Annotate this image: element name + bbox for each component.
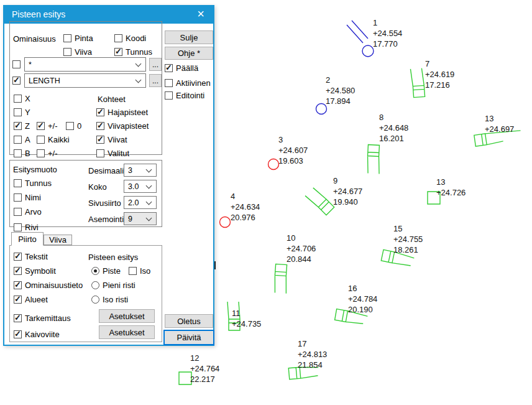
point-label-line: +24.764 bbox=[190, 363, 219, 374]
radio-iso-risti[interactable]: Iso risti bbox=[91, 295, 128, 304]
checkbox-box bbox=[14, 95, 22, 103]
checkbox-box bbox=[37, 136, 45, 144]
checkbox-filter1[interactable] bbox=[12, 60, 21, 68]
point-label-line: 19.603 bbox=[278, 156, 308, 166]
checkbox-z[interactable]: Z bbox=[14, 121, 30, 131]
checkbox-box bbox=[96, 136, 104, 144]
checkbox-filter2[interactable] bbox=[12, 76, 21, 85]
ominaisuus-label: Ominaisuus bbox=[13, 34, 56, 44]
point-label: 10+24.70620.844 bbox=[287, 233, 316, 264]
point-label-line: 1 bbox=[373, 17, 402, 28]
checkbox-symbolit[interactable]: Symbolit bbox=[14, 266, 56, 276]
pisteen-esitys-dialog: Pisteen esitys × Ominaisuus Pinta Koodi … bbox=[3, 5, 214, 346]
checkbox-x[interactable]: X bbox=[14, 94, 30, 103]
asetukset1-button[interactable]: Asetukset bbox=[99, 309, 155, 323]
sivusiirto-combobox[interactable]: 2.0 bbox=[124, 196, 157, 209]
point-symbol-circle[interactable] bbox=[220, 217, 231, 228]
point-label-line: 20.190 bbox=[348, 304, 377, 315]
checkbox-box bbox=[63, 48, 71, 56]
checkbox-box bbox=[14, 281, 22, 289]
filter1-combobox[interactable]: * bbox=[24, 57, 146, 72]
point-symbol-flag[interactable] bbox=[305, 187, 334, 216]
checkbox-paalla[interactable]: Päällä bbox=[165, 63, 198, 73]
checkbox-box bbox=[14, 223, 22, 231]
checkbox-viivapisteet[interactable]: Viivapisteet bbox=[96, 121, 149, 131]
radio-piste[interactable]: Piste bbox=[91, 266, 121, 276]
asemointi-combobox[interactable]: 9 bbox=[124, 212, 157, 225]
point-label-line: +24.735 bbox=[232, 319, 261, 329]
checkbox-nimi[interactable]: Nimi bbox=[14, 193, 41, 202]
checkbox-b[interactable]: B bbox=[14, 149, 30, 158]
checkbox-box bbox=[14, 267, 22, 275]
point-label-line: 2 bbox=[326, 75, 355, 85]
koko-combobox[interactable]: 3.0 bbox=[124, 180, 157, 193]
point-label: 1+24.55417.770 bbox=[373, 17, 402, 49]
checkbox-kaivoviite[interactable]: Kaivoviite bbox=[14, 330, 60, 339]
checkbox-koodi[interactable]: Koodi bbox=[114, 34, 146, 43]
checkbox-box bbox=[14, 296, 22, 304]
checkbox-z-plusminus[interactable]: +/- bbox=[37, 121, 58, 131]
dialog-title: Pisteen esitys bbox=[12, 9, 65, 19]
point-symbol-square[interactable] bbox=[179, 372, 191, 384]
checkbox-tunnus-esitys[interactable]: Tunnus bbox=[14, 179, 52, 188]
asetukset2-button[interactable]: Asetukset bbox=[99, 325, 155, 339]
checkbox-aktiivinen[interactable]: Aktiivinen bbox=[165, 78, 211, 88]
tab-piirto[interactable]: Piirto bbox=[11, 232, 44, 246]
checkbox-a[interactable]: A bbox=[14, 135, 30, 144]
tab-viiva[interactable]: Viiva bbox=[44, 235, 72, 245]
point-symbol-flag[interactable] bbox=[410, 68, 424, 97]
checkbox-alueet[interactable]: Alueet bbox=[14, 295, 48, 304]
paivita-button[interactable]: Päivitä bbox=[163, 330, 214, 345]
point-label: 12+24.76422.217 bbox=[190, 353, 219, 384]
checkbox-editointi[interactable]: Editointi bbox=[165, 91, 204, 100]
checkbox-pinta[interactable]: Pinta bbox=[63, 34, 93, 43]
checkbox-rivi[interactable]: Rivi bbox=[14, 223, 39, 232]
checkbox-box bbox=[14, 330, 22, 338]
oletus-button[interactable]: Oletus bbox=[165, 314, 213, 328]
point-label-line: 16.201 bbox=[379, 133, 408, 144]
checkbox-kaikki[interactable]: Kaikki bbox=[37, 135, 70, 144]
checkbox-tarkemittaus[interactable]: Tarkemittaus bbox=[14, 314, 71, 323]
chevron-down-icon bbox=[146, 166, 152, 172]
point-symbol-pipe[interactable] bbox=[347, 21, 374, 57]
sulje-button[interactable]: Sulje bbox=[165, 30, 213, 44]
esitysmuoto-label: Esitysmuoto bbox=[13, 165, 57, 174]
checkbox-box bbox=[14, 149, 22, 157]
checkbox-z-zero[interactable]: 0 bbox=[66, 121, 81, 131]
checkbox-b-plusminus[interactable]: +/- bbox=[37, 149, 58, 158]
checkbox-arvo[interactable]: Arvo bbox=[14, 207, 42, 216]
point-symbol-circle[interactable] bbox=[268, 159, 279, 170]
filter2-combobox[interactable]: LENGTH bbox=[24, 73, 146, 88]
point-symbol-flag[interactable] bbox=[367, 145, 380, 174]
close-button[interactable]: × bbox=[192, 5, 209, 22]
chevron-down-icon bbox=[135, 77, 142, 83]
radio-pieni-risti[interactable]: Pieni risti bbox=[91, 281, 135, 290]
ohje-button[interactable]: Ohje * bbox=[165, 47, 213, 60]
filter1-more-button[interactable]: ... bbox=[149, 58, 162, 71]
point-label-line: 20.976 bbox=[231, 212, 260, 223]
point-label-line: 8 bbox=[379, 112, 408, 123]
checkbox-tekstit[interactable]: Tekstit bbox=[14, 252, 48, 261]
point-label: 13+24.726 bbox=[436, 177, 466, 198]
checkbox-viivat[interactable]: Viivat bbox=[96, 135, 127, 144]
checkbox-viiva[interactable]: Viiva bbox=[63, 47, 92, 57]
checkbox-y[interactable]: Y bbox=[14, 108, 30, 117]
koko-label: Koko bbox=[88, 182, 107, 192]
checkbox-ominaisuustieto[interactable]: Ominaisuustieto bbox=[14, 281, 83, 290]
desimaalit-combobox[interactable]: 3 bbox=[124, 164, 157, 177]
point-symbol-flag[interactable] bbox=[273, 264, 288, 293]
point-label: 15+24.75518.261 bbox=[393, 223, 423, 255]
checkbox-box bbox=[12, 60, 21, 68]
checkbox-hajapisteet[interactable]: Hajapisteet bbox=[96, 108, 148, 117]
app-window: 1+24.55417.7702+24.58017.8943+24.60719.6… bbox=[0, 0, 532, 405]
checkbox-tunnus[interactable]: Tunnus bbox=[114, 47, 152, 57]
checkbox-valitut[interactable]: Valitut bbox=[96, 149, 129, 158]
chevron-down-icon bbox=[146, 182, 152, 189]
point-symbol-circle[interactable] bbox=[316, 104, 327, 114]
point-label-line: +24.580 bbox=[326, 85, 355, 96]
point-label-line: 9 bbox=[333, 175, 362, 186]
point-label-line: +24.697 bbox=[485, 124, 514, 134]
checkbox-iso[interactable]: Iso bbox=[129, 266, 150, 276]
filter2-more-button[interactable]: ... bbox=[149, 74, 162, 87]
point-label-line: 3 bbox=[278, 134, 308, 145]
